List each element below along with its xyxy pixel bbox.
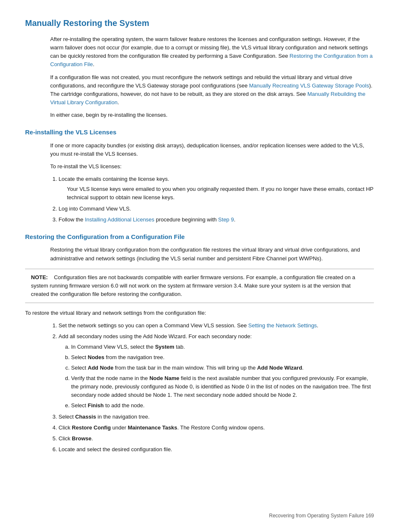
bold-add-node-wizard: Add Node Wizard xyxy=(257,365,302,371)
restore-steps-list: Set the network settings so you can open… xyxy=(59,321,374,454)
note-box: NOTE: Configuration files are not backwa… xyxy=(25,269,374,303)
main-title: Manually Restoring the System xyxy=(25,17,374,29)
intro-para-1: After re-installing the operating system… xyxy=(50,35,374,69)
page-footer: Recovering from Operating System Failure… xyxy=(269,512,374,519)
link-step9[interactable]: Step 9 xyxy=(218,216,234,223)
restoring-para-1: Restoring the virtual library configurat… xyxy=(50,246,374,262)
reinstalling-step-1: Locate the emails containing the license… xyxy=(59,175,374,202)
reinstalling-para-1: If one or more capacity bundles (or exis… xyxy=(50,141,374,158)
link-restoring-config[interactable]: Restoring the Configuration from a Confi… xyxy=(50,53,373,67)
restore-step-2d: Verify that the node name in the Node Na… xyxy=(71,374,374,399)
bold-node-name: Node Name xyxy=(149,375,179,381)
reinstalling-steps-list: Locate the emails containing the license… xyxy=(59,175,374,224)
restore-step-2: Add all secondary nodes using the Add No… xyxy=(59,332,374,410)
reinstalling-step-3: Follow the Installing Additional License… xyxy=(59,216,374,224)
restore-step-6: Locate and select the desired configurat… xyxy=(59,445,374,454)
bold-add-node: Add Node xyxy=(88,365,113,371)
bold-restore-config: Restore Config xyxy=(72,424,111,431)
bold-system: System xyxy=(155,344,174,350)
note-label: NOTE: xyxy=(31,274,48,280)
restore-step-2e: Select Finish to add the node. xyxy=(71,401,374,410)
restore-step-2-substeps: In Command View VLS, select the System t… xyxy=(71,343,374,410)
link-manually-recreating[interactable]: Manually Recreating VLS Gateway Storage … xyxy=(249,82,369,89)
intro-para-2: If a configuration file was not created,… xyxy=(50,73,374,107)
note-text: Configuration files are not backwards co… xyxy=(31,274,355,297)
intro-para-3: In either case, begin by re-installing t… xyxy=(50,111,374,119)
footer-text: Recovering from Operating System Failure… xyxy=(269,513,374,519)
reinstalling-step-1-sub: Your VLS license keys were emailed to yo… xyxy=(67,185,374,202)
restore-step-1: Set the network settings so you can open… xyxy=(59,321,374,330)
restore-step-4: Click Restore Config under Maintenance T… xyxy=(59,424,374,432)
bold-browse: Browse xyxy=(72,435,92,442)
bold-maintenance-tasks: Maintenance Tasks xyxy=(128,424,177,431)
link-manually-rebuilding[interactable]: Manually Rebuilding the Virtual Library … xyxy=(50,91,366,105)
restore-step-5: Click Browse. xyxy=(59,434,374,443)
bold-chassis: Chassis xyxy=(75,414,96,420)
restore-step-2c: Select Add Node from the task bar in the… xyxy=(71,364,374,372)
link-setting-network[interactable]: Setting the Network Settings xyxy=(248,322,317,329)
reinstalling-step-2: Log into Command View VLS. xyxy=(59,205,374,213)
subsection-title-reinstalling: Re-installing the VLS Licenses xyxy=(25,128,374,137)
restore-step-2b: Select Nodes from the navigation tree. xyxy=(71,353,374,362)
restore-step-3: Select Chassis in the navigation tree. xyxy=(59,413,374,421)
page-container: Manually Restoring the System After re-i… xyxy=(0,0,399,532)
reinstalling-para-2: To re-install the VLS licenses: xyxy=(50,162,374,171)
link-installing-additional-licenses[interactable]: Installing Additional Licenses xyxy=(85,216,154,223)
subsection-title-restoring: Restoring the Configuration from a Confi… xyxy=(25,232,374,242)
bold-nodes: Nodes xyxy=(88,354,105,360)
restore-intro: To restore the virtual library and netwo… xyxy=(25,309,374,317)
bold-finish: Finish xyxy=(88,402,104,409)
restore-step-2a: In Command View VLS, select the System t… xyxy=(71,343,374,351)
